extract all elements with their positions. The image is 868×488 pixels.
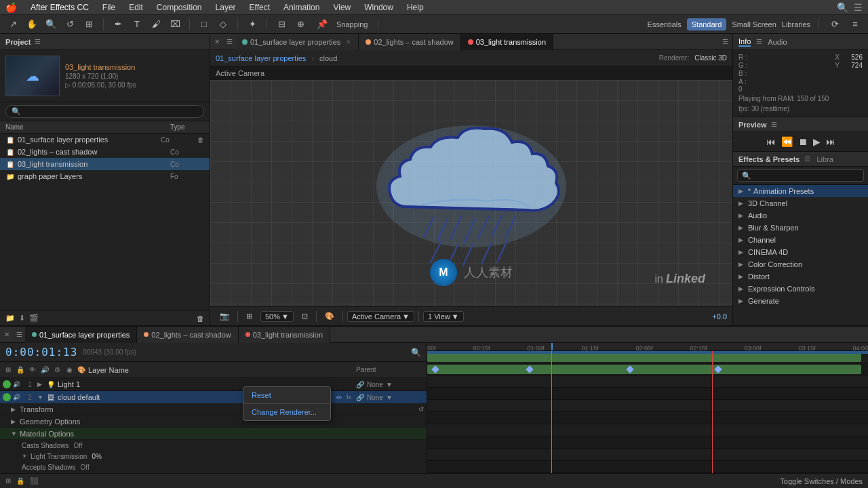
tl-subrow-transform[interactable]: ▶ Transform ↺ — [0, 403, 427, 415]
info-tab[interactable]: Info — [738, 37, 751, 47]
vc-zoom-selector[interactable]: 50% ▼ — [260, 311, 294, 322]
tl-pencil-icon[interactable]: ✏ — [336, 394, 342, 401]
search-icon[interactable]: 🔍 — [837, 2, 848, 13]
audio-tab[interactable]: Audio — [768, 38, 787, 46]
menu-help[interactable]: Help — [401, 1, 429, 14]
toolbar-mask[interactable]: ◇ — [216, 17, 231, 32]
tl-audio-1[interactable]: 🔊 — [13, 381, 22, 388]
tl-mat-expand[interactable]: ▼ — [11, 430, 18, 437]
menu-composition[interactable]: Composition — [151, 1, 208, 14]
effects-item-3d[interactable]: ▶ 3D Channel — [733, 197, 868, 209]
toolbar-shape[interactable]: □ — [197, 17, 212, 32]
tl-ctrl-6[interactable]: ◉ — [64, 365, 75, 375]
effects-item-generate[interactable]: ▶ Generate — [733, 295, 868, 307]
effects-item-audio[interactable]: ▶ Audio — [733, 209, 868, 222]
tl-bottom-icon3[interactable]: ⬛ — [30, 477, 38, 485]
tl-geo-expand[interactable]: ▶ — [11, 418, 18, 425]
project-new-folder-icon[interactable]: 📁 — [5, 314, 15, 323]
project-search-box[interactable]: 🔍 — [5, 105, 204, 118]
menu-edit[interactable]: Edit — [123, 1, 149, 14]
toolbar-rotate[interactable]: ↺ — [62, 17, 77, 32]
preview-menu-icon[interactable]: ☰ — [771, 121, 777, 128]
project-item-3[interactable]: 📋 03_light transmission Co — [0, 158, 210, 170]
track-bar-1[interactable] — [427, 352, 861, 362]
comp-tab-1[interactable]: 01_surface layer properties ✕ — [235, 34, 359, 50]
vc-camera-selector[interactable]: Active Camera ▼ — [347, 311, 414, 322]
menu-animation[interactable]: Animation — [278, 1, 325, 14]
ctx-reset[interactable]: Reset — [243, 389, 330, 401]
tl-fx-icon[interactable]: fx — [347, 394, 351, 401]
tl-tab-1[interactable]: 01_surface layer properties — [25, 327, 137, 343]
tl-expand-1[interactable]: ▶ — [37, 381, 44, 388]
menu-file[interactable]: File — [97, 1, 121, 14]
tl-bottom-icon1[interactable]: ⊞ — [5, 477, 11, 485]
vc-channels[interactable]: 🎨 — [321, 310, 338, 322]
effects-item-distort[interactable]: ▶ Distort — [733, 270, 868, 283]
project-item-2[interactable]: 📋 02_lights – cast shadow Co — [0, 146, 210, 158]
breadcrumb-comp[interactable]: 01_surface layer properties — [216, 54, 306, 62]
toolbar-stamp[interactable]: ⌧ — [167, 17, 182, 32]
vc-snapshot[interactable]: 📷 — [216, 310, 233, 322]
tl-transform-expand[interactable]: ▶ — [11, 406, 18, 413]
project-menu-icon[interactable]: ☰ — [35, 38, 41, 45]
effects-item-cinema[interactable]: ▶ CINEMA 4D — [733, 246, 868, 258]
vc-view-selector[interactable]: 1 View ▼ — [423, 311, 464, 322]
menu-aftereffects[interactable]: After Effects CC — [25, 1, 94, 14]
tl-ctrl-4[interactable]: 🔊 — [39, 365, 50, 375]
toolbar-snapping[interactable]: 📌 — [315, 17, 330, 32]
tl-transform-reset[interactable]: ↺ — [418, 405, 424, 413]
workspace-libraries-label[interactable]: Libraries — [782, 20, 810, 28]
project-delete-icon[interactable]: 🗑 — [197, 314, 204, 323]
apple-menu[interactable]: 🍎 — [5, 2, 17, 13]
comp-tab-3[interactable]: 03_light transmission — [461, 34, 553, 50]
effects-item-expression[interactable]: ▶ Expression Controls — [733, 283, 868, 295]
tl-layer-row-1[interactable]: 🔊 1 ▶ 💡 Light 1 🔗 None ▼ — [0, 378, 427, 390]
tl-subrow-material[interactable]: ▼ Material Options — [0, 428, 427, 440]
effects-search-input[interactable] — [737, 169, 864, 182]
tl-ruler[interactable]: 00:00f 00:15f 01:00f 01:15f 02:00f 02:15… — [427, 343, 868, 351]
workspace-standard[interactable]: Standard — [687, 18, 727, 30]
project-import-icon[interactable]: ⬇ — [19, 314, 25, 323]
preview-last[interactable]: ⏭ — [826, 136, 835, 147]
effects-item-animation[interactable]: ▶ * Animation Presets — [733, 185, 868, 197]
breadcrumb-layer[interactable]: cloud — [319, 54, 337, 62]
work-area-bar[interactable] — [427, 351, 868, 354]
tl-audio-2[interactable]: 🔊 — [13, 394, 22, 401]
toolbar-zoom[interactable]: 🔍 — [43, 17, 58, 32]
preview-first[interactable]: ⏮ — [766, 136, 776, 147]
effects-item-channel[interactable]: ▶ Channel — [733, 234, 868, 246]
tl-bottom-icon2[interactable]: 🔒 — [16, 477, 24, 485]
panel-menu-icon[interactable]: ☰ — [224, 38, 235, 45]
menu-layer[interactable]: Layer — [210, 1, 241, 14]
tl-ctrl-2[interactable]: 🔒 — [15, 365, 26, 375]
viewer-canvas[interactable]: M 人人素材 in Linked — [210, 80, 732, 306]
effects-item-blur[interactable]: ▶ Blur & Sharpen — [733, 222, 868, 234]
toolbar-hand[interactable]: ✋ — [24, 17, 39, 32]
tl-layer-row-2[interactable]: 🔊 2 ▼ 🖼 cloud default ✏ fx 🔗 None ▼ — [0, 391, 427, 403]
preview-play[interactable]: ▶ — [813, 136, 821, 147]
effects-item-color[interactable]: ▶ Color Correction — [733, 258, 868, 270]
project-item-4[interactable]: 📁 graph paper Layers Fo — [0, 170, 210, 182]
workspace-smallscreen-label[interactable]: Small Screen — [732, 20, 776, 28]
close-panel-icon[interactable]: ✕ — [210, 38, 224, 45]
preview-stop[interactable]: ⏹ — [798, 136, 808, 147]
ctx-change-renderer[interactable]: Change Renderer... — [243, 406, 330, 418]
toolbar-camera[interactable]: ⊞ — [81, 17, 96, 32]
workspace-sync[interactable]: ⟳ — [827, 17, 842, 32]
effects-menu-icon[interactable]: ☰ — [804, 155, 810, 163]
info-menu-icon[interactable]: ☰ — [756, 38, 762, 45]
tl-ctrl-7[interactable]: 🎨 — [76, 365, 87, 375]
menu-view[interactable]: View — [328, 1, 356, 14]
toggle-switches-modes[interactable]: Toggle Switches / Modes — [780, 477, 863, 485]
menu-window[interactable]: Window — [359, 1, 399, 14]
toolbar-3d-move[interactable]: ⊕ — [293, 17, 308, 32]
preview-back[interactable]: ⏪ — [781, 136, 793, 147]
comp-tab-2[interactable]: 02_lights – cast shadow — [359, 34, 460, 50]
project-new-comp-icon[interactable]: 🎬 — [29, 314, 39, 323]
vc-grid[interactable]: ⊞ — [242, 310, 256, 322]
toolbar-pen[interactable]: ✒ — [111, 17, 125, 32]
toolbar-brush[interactable]: 🖌 — [149, 17, 163, 32]
tl-ctrl-5[interactable]: ⚙ — [52, 365, 62, 375]
vc-fit[interactable]: ⊡ — [298, 310, 312, 322]
effects-tab2[interactable]: Libra — [817, 155, 833, 163]
